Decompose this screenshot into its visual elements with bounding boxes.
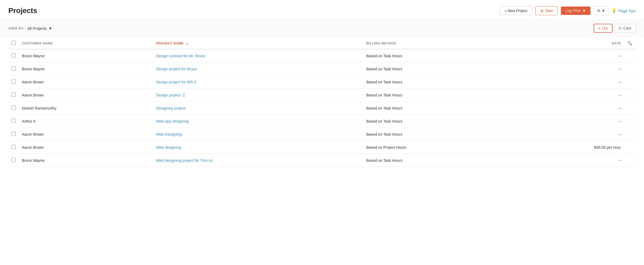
view-by-label: VIEW BY: bbox=[8, 26, 25, 30]
rate-cell: -- bbox=[516, 62, 624, 76]
rate-cell: -- bbox=[516, 76, 624, 89]
project-link[interactable]: Designing project bbox=[156, 106, 185, 110]
project-link[interactable]: Wed designing project for Tron co. bbox=[156, 158, 214, 163]
view-toggle: ≡ List ☷ Card bbox=[594, 24, 636, 33]
row-checkbox[interactable] bbox=[11, 53, 16, 57]
billing-method-cell: Based on Task Hours bbox=[363, 76, 516, 89]
action-cell bbox=[624, 154, 636, 167]
rate-cell: -- bbox=[516, 102, 624, 115]
row-checkbox[interactable] bbox=[11, 93, 16, 97]
project-name-cell[interactable]: Web app designing bbox=[153, 115, 363, 128]
project-link[interactable]: Design project- Z bbox=[156, 93, 185, 97]
select-all-checkbox[interactable] bbox=[11, 41, 16, 45]
project-name-cell[interactable]: Design contract for Mr. Bruce bbox=[153, 49, 363, 62]
project-name-cell[interactable]: Design project for MR.X bbox=[153, 76, 363, 89]
toolbar: VIEW BY: All Projects ▼ ≡ List ☷ Card bbox=[0, 20, 644, 37]
new-project-button[interactable]: + New Project bbox=[500, 6, 532, 15]
customer-name-cell: Aaron Brown bbox=[19, 89, 153, 102]
billing-method-cell: Based on Task Hours bbox=[363, 49, 516, 62]
table-body: Bruce WayneDesign contract for Mr. Bruce… bbox=[8, 49, 636, 167]
row-checkbox-cell[interactable] bbox=[8, 89, 19, 102]
table-row: Bruce WayneDesign contract for Mr. Bruce… bbox=[8, 49, 636, 62]
lightbulb-icon: 💡 bbox=[612, 8, 617, 13]
billing-method-cell: Based on Task Hours bbox=[363, 62, 516, 76]
select-all-header[interactable] bbox=[8, 37, 19, 49]
billing-method-cell: Based on Task Hours bbox=[363, 128, 516, 141]
list-icon: ≡ bbox=[598, 26, 600, 30]
row-checkbox-cell[interactable] bbox=[8, 141, 19, 154]
view-by-section: VIEW BY: All Projects ▼ bbox=[8, 26, 52, 31]
table-row: Aaron BrownWeb designingBased on Project… bbox=[8, 141, 636, 154]
col-search[interactable]: 🔍 bbox=[624, 37, 636, 49]
project-link[interactable]: Design contract for Mr. Bruce bbox=[156, 54, 205, 58]
list-view-button[interactable]: ≡ List bbox=[594, 24, 612, 33]
row-checkbox-cell[interactable] bbox=[8, 128, 19, 141]
customer-name-cell: Dinesh Ramamurthy bbox=[19, 102, 153, 115]
project-link[interactable]: Design project for Bruce bbox=[156, 67, 197, 71]
row-checkbox-cell[interactable] bbox=[8, 49, 19, 62]
row-checkbox-cell[interactable] bbox=[8, 102, 19, 115]
project-link[interactable]: Web designing bbox=[156, 145, 181, 149]
clock-icon: ◍ bbox=[540, 9, 543, 13]
table-row: Bruce WayneDesign project for BruceBased… bbox=[8, 62, 636, 76]
projects-table-container: CUSTOMER NAME PROJECT NAME ▲ BILLING MET… bbox=[0, 37, 644, 167]
project-name-cell[interactable]: Design project for Bruce bbox=[153, 62, 363, 76]
customer-name-cell: Arthur K bbox=[19, 115, 153, 128]
table-row: Arthur KWeb app designingBased on Task H… bbox=[8, 115, 636, 128]
row-checkbox[interactable] bbox=[11, 119, 16, 123]
billing-method-cell: Based on Task Hours bbox=[363, 89, 516, 102]
project-name-cell[interactable]: Designing project bbox=[153, 102, 363, 115]
row-checkbox[interactable] bbox=[11, 132, 16, 136]
table-row: Bruce WayneWed designing project for Tro… bbox=[8, 154, 636, 167]
page-title: Projects bbox=[8, 7, 37, 15]
customer-name-cell: Bruce Wayne bbox=[19, 62, 153, 76]
project-link[interactable]: Design project for MR.X bbox=[156, 80, 196, 84]
card-icon: ☷ bbox=[618, 26, 622, 30]
row-checkbox-cell[interactable] bbox=[8, 62, 19, 76]
page-tips-button[interactable]: 💡 Page Tips bbox=[612, 8, 636, 13]
table-row: Aaron BrownDesign project- ZBased on Tas… bbox=[8, 89, 636, 102]
row-checkbox-cell[interactable] bbox=[8, 76, 19, 89]
start-button[interactable]: ◍ Start bbox=[535, 6, 558, 15]
col-project-name[interactable]: PROJECT NAME ▲ bbox=[153, 37, 363, 49]
action-cell bbox=[624, 49, 636, 62]
row-checkbox-cell[interactable] bbox=[8, 154, 19, 167]
rate-cell: -- bbox=[516, 154, 624, 167]
page-header: Projects + New Project ◍ Start Log Time … bbox=[0, 0, 644, 20]
row-checkbox[interactable] bbox=[11, 66, 16, 71]
row-checkbox[interactable] bbox=[11, 158, 16, 162]
customer-name-cell: Aaron Brown bbox=[19, 141, 153, 154]
row-checkbox[interactable] bbox=[11, 106, 16, 110]
project-name-cell[interactable]: Design project- Z bbox=[153, 89, 363, 102]
action-cell bbox=[624, 76, 636, 89]
search-icon[interactable]: 🔍 bbox=[627, 41, 633, 45]
col-customer-name: CUSTOMER NAME bbox=[19, 37, 153, 49]
settings-button[interactable]: ⚙ ▼ bbox=[594, 6, 608, 15]
customer-name-cell: Bruce Wayne bbox=[19, 49, 153, 62]
billing-method-cell: Based on Task Hours bbox=[363, 102, 516, 115]
gear-icon: ⚙ bbox=[597, 9, 600, 13]
view-by-caret-icon: ▼ bbox=[48, 26, 52, 31]
sort-asc-icon: ▲ bbox=[186, 42, 188, 45]
header-actions: + New Project ◍ Start Log Time ▼ ⚙ ▼ 💡 P… bbox=[500, 6, 636, 15]
rate-cell: -- bbox=[516, 89, 624, 102]
row-checkbox-cell[interactable] bbox=[8, 115, 19, 128]
view-by-dropdown[interactable]: All Projects ▼ bbox=[27, 26, 52, 31]
row-checkbox[interactable] bbox=[11, 145, 16, 149]
rate-cell: -- bbox=[516, 128, 624, 141]
log-time-button[interactable]: Log Time ▼ bbox=[561, 7, 590, 15]
project-name-cell[interactable]: Wed designing project for Tron co. bbox=[153, 154, 363, 167]
table-row: Aaron BrownDesign project for MR.XBased … bbox=[8, 76, 636, 89]
billing-method-cell: Based on Task Hours bbox=[363, 115, 516, 128]
project-link[interactable]: Web Designing bbox=[156, 132, 182, 136]
action-cell bbox=[624, 102, 636, 115]
billing-method-cell: Based on Project Hours bbox=[363, 141, 516, 154]
row-checkbox[interactable] bbox=[11, 79, 16, 84]
action-cell bbox=[624, 141, 636, 154]
billing-method-cell: Based on Task Hours bbox=[363, 154, 516, 167]
action-cell bbox=[624, 89, 636, 102]
project-name-cell[interactable]: Web Designing bbox=[153, 128, 363, 141]
project-link[interactable]: Web app designing bbox=[156, 119, 189, 123]
card-view-button[interactable]: ☷ Card bbox=[614, 24, 636, 32]
project-name-cell[interactable]: Web designing bbox=[153, 141, 363, 154]
